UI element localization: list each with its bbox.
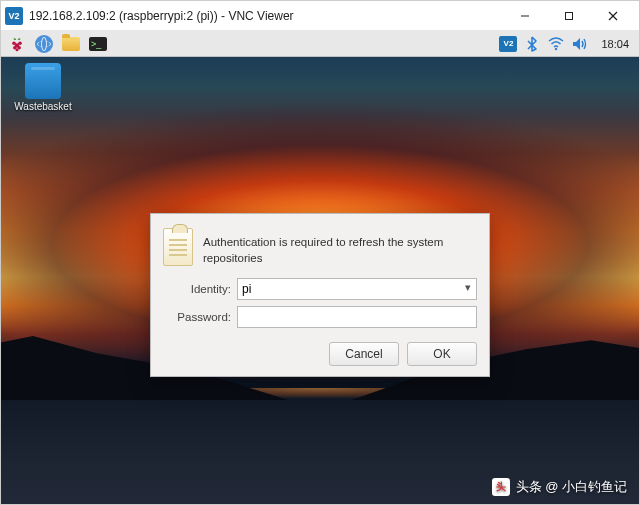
watermark-text: 头条 @ 小白钓鱼记 (516, 478, 627, 496)
identity-label: Identity: (163, 283, 231, 295)
taskbar-clock[interactable]: 18:04 (595, 38, 635, 50)
cancel-button[interactable]: Cancel (329, 342, 399, 366)
watermark-logo-icon: 头 (492, 478, 510, 496)
svg-point-9 (16, 48, 19, 51)
package-auth-icon (163, 228, 193, 266)
vnc-app-icon: V2 (5, 7, 23, 25)
password-input[interactable] (237, 306, 477, 328)
rpi-taskbar: >_ V2 18:04 (1, 31, 639, 57)
vnc-titlebar: V2 192.168.2.109:2 (raspberrypi:2 (pi)) … (1, 1, 639, 31)
window-title: 192.168.2.109:2 (raspberrypi:2 (pi)) - V… (29, 9, 503, 23)
bluetooth-icon[interactable] (523, 35, 541, 53)
maximize-button[interactable] (547, 2, 591, 30)
svg-rect-1 (566, 12, 573, 19)
image-watermark: 头 头条 @ 小白钓鱼记 (492, 478, 627, 496)
wastebasket-desktop-icon[interactable]: Wastebasket (13, 63, 73, 112)
web-browser-icon[interactable] (32, 33, 56, 55)
identity-select[interactable]: pi (237, 278, 477, 300)
wifi-icon[interactable] (547, 35, 565, 53)
password-label: Password: (163, 311, 231, 323)
svg-point-5 (12, 41, 16, 45)
dialog-message: Authentication is required to refresh th… (203, 228, 477, 266)
system-tray: V2 18:04 (499, 35, 635, 53)
wastebasket-label: Wastebasket (13, 101, 73, 112)
minimize-button[interactable] (503, 2, 547, 30)
vnc-viewer-window: V2 192.168.2.109:2 (raspberrypi:2 (pi)) … (0, 0, 640, 505)
svg-point-10 (555, 47, 557, 49)
volume-icon[interactable] (571, 35, 589, 53)
authentication-dialog: Authentication is required to refresh th… (150, 213, 490, 377)
raspberry-menu-icon[interactable] (5, 33, 29, 55)
window-buttons (503, 2, 635, 30)
svg-point-6 (18, 41, 22, 45)
vnc-server-tray-icon[interactable]: V2 (499, 35, 517, 53)
ok-button[interactable]: OK (407, 342, 477, 366)
wastebasket-icon (25, 63, 61, 99)
remote-desktop: >_ V2 18:04 Wastebasket (1, 31, 639, 504)
close-button[interactable] (591, 2, 635, 30)
terminal-icon[interactable]: >_ (86, 33, 110, 55)
file-manager-icon[interactable] (59, 33, 83, 55)
